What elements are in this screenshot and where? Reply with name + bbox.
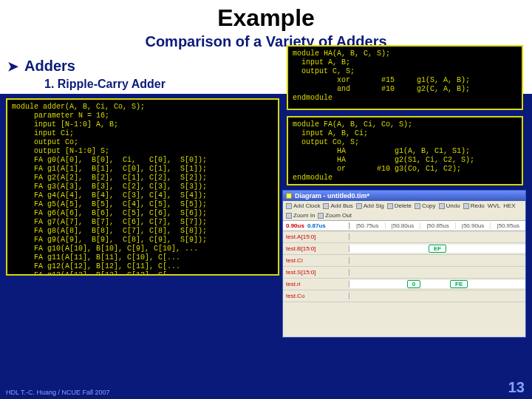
diagram-titlebar: Diagram - untitled0.tim* <box>283 191 525 201</box>
signal-wave[interactable]: 0 FE <box>349 280 525 288</box>
ruler-tick: |50.80us <box>385 222 420 229</box>
content-area: module HA(A, B, C, S); input A, B; outpu… <box>0 94 532 399</box>
signal-name[interactable]: test.S[15:0] <box>283 269 349 276</box>
undo-icon <box>439 203 445 209</box>
toolbar-wvl[interactable]: WVL <box>488 202 500 209</box>
page-number: 13 <box>508 379 525 396</box>
signal-name[interactable]: test.A[15:0] <box>283 233 349 240</box>
wave-value: EF <box>429 245 446 253</box>
redo-icon <box>463 203 469 209</box>
signal-name[interactable]: test.ri <box>283 281 349 287</box>
diagram-app-icon <box>286 193 292 199</box>
ruler-tick: |50.90us <box>455 222 491 229</box>
footer-text: HDL T.-C. Huang / NCUE Fall 2007 <box>6 389 110 396</box>
zoom-out-icon <box>318 213 324 219</box>
code-block-fa: module FA(A, B, Ci, Co, S); input A, B, … <box>287 116 523 185</box>
diagram-time-ruler: 0.90us 0.87us |50.75us |50.80us |50.85us… <box>283 221 525 231</box>
toolbar-copy[interactable]: Copy <box>415 202 436 209</box>
signal-name[interactable]: test.B[15:0] <box>283 245 349 252</box>
toolbar-undo[interactable]: Undo <box>439 202 460 209</box>
signal-row: test.Ci <box>283 255 525 267</box>
cursor-red-value: 0.90us <box>286 222 304 229</box>
slide-title: Example <box>0 0 532 32</box>
toolbar-add-clock[interactable]: Add Clock <box>286 202 320 209</box>
wave-value: 0 <box>407 280 420 288</box>
signal-row: test.B[15:0] EF <box>283 243 525 255</box>
add-bus-icon <box>323 203 329 209</box>
timing-diagram-window: Diagram - untitled0.tim* Add Clock Add B… <box>282 190 526 338</box>
add-sig-icon <box>356 203 362 209</box>
signal-row: test.S[15:0] <box>283 267 525 279</box>
copy-icon <box>415 203 420 209</box>
bullet-text: Adders <box>24 58 75 75</box>
toolbar-zoom-out[interactable]: Zoom Out <box>318 212 352 219</box>
ruler-tick: |50.85us <box>420 222 455 229</box>
signal-row: test.A[15:0] <box>283 231 525 243</box>
signal-name[interactable]: test.Ci <box>283 257 349 264</box>
toolbar-hex[interactable]: HEX <box>503 202 515 209</box>
diagram-toolbar: Add Clock Add Bus Add Sig Delete Copy Un… <box>283 201 525 221</box>
toolbar-zoom-in[interactable]: Zoom In <box>286 212 315 219</box>
toolbar-delete[interactable]: Delete <box>387 202 412 209</box>
code-block-ha: module HA(A, B, C, S); input A, B; outpu… <box>287 45 523 110</box>
delete-icon <box>387 203 393 209</box>
add-clock-icon <box>286 203 292 209</box>
bullet-arrow-icon: ➤ <box>7 58 18 75</box>
ruler-tick: |50.75us <box>349 222 385 229</box>
signal-wave[interactable]: EF <box>349 245 525 253</box>
cursor-blue-value: 0.87us <box>307 222 326 229</box>
toolbar-add-sig[interactable]: Add Sig <box>356 202 384 209</box>
code-block-adder: module adder(A, B, Ci, Co, S); parameter… <box>6 98 279 276</box>
ruler-tick: |50.95us <box>490 222 525 229</box>
slide-root: Example Comparison of a Variety of Adder… <box>0 0 532 399</box>
diagram-title-text: Diagram - untitled0.tim* <box>295 192 369 200</box>
signal-row: test.Co <box>283 290 525 302</box>
cursor-readout: 0.90us 0.87us <box>283 222 349 229</box>
signal-rows: test.A[15:0] test.B[15:0] EF test.Ci tes… <box>283 231 525 302</box>
zoom-in-icon <box>286 213 292 219</box>
signal-name[interactable]: test.Co <box>283 293 349 299</box>
toolbar-add-bus[interactable]: Add Bus <box>323 202 352 209</box>
wave-value: FE <box>450 280 468 288</box>
toolbar-redo[interactable]: Redo <box>463 202 485 209</box>
signal-row: test.ri 0 FE <box>283 279 525 290</box>
